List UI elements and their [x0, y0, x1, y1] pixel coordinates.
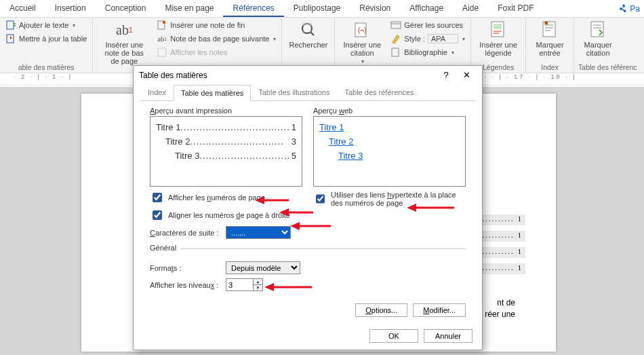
cancel-button[interactable]: Annuler: [424, 329, 472, 343]
update-icon: [5, 33, 16, 44]
show-notes-icon: [157, 47, 167, 58]
modify-button[interactable]: Modifier...: [413, 303, 466, 317]
style-icon: [390, 33, 401, 44]
citation-style[interactable]: Style : APA▾: [389, 33, 466, 45]
chk-hyperlinks[interactable]: Utiliser des liens hypertexte à la place…: [313, 191, 466, 207]
update-table-button[interactable]: Mettre à jour la table: [4, 33, 88, 45]
mark-citation-icon: [588, 20, 608, 39]
mark-entry-icon: [540, 20, 560, 39]
close-button[interactable]: ✕: [456, 70, 477, 80]
group-captions: Insérer une légende Légendes: [471, 18, 526, 73]
tab-illustrations[interactable]: Table des illustrations: [251, 84, 337, 100]
bibliography-button[interactable]: Bibliographie▾: [389, 46, 466, 58]
svg-point-3: [163, 21, 165, 24]
dialog-tabs: Index Table des matières Table des illus…: [134, 84, 482, 100]
insert-footnote-button[interactable]: ab1 Insérer une note de bas de page: [97, 19, 151, 67]
show-notes-button[interactable]: Afficher les notes: [155, 46, 277, 58]
levels-label: Afficher les niveaux :: [150, 281, 220, 289]
tab-insertion[interactable]: Insertion: [45, 0, 96, 17]
share-button[interactable]: Pa: [614, 0, 644, 17]
options-button[interactable]: Options...: [355, 303, 407, 317]
tab-publipostage[interactable]: Publipostage: [284, 0, 350, 17]
svg-rect-6: [303, 23, 311, 33]
manage-sources-button[interactable]: Gérer les sources: [389, 19, 466, 31]
print-preview: Titre 1.................................…: [150, 116, 302, 187]
group-footnotes: ab1 Insérer une note de bas de page Insé…: [93, 18, 282, 73]
tab-index[interactable]: Index: [140, 84, 174, 100]
add-text-button[interactable]: Ajouter le texte▾: [4, 19, 88, 31]
insert-caption-button[interactable]: Insérer une légende: [475, 19, 521, 58]
group-index: Marquer entrée Index: [526, 18, 574, 73]
group-label-toc: able des matières: [4, 63, 88, 73]
web-preview-label: Aperçu web: [313, 107, 466, 115]
general-label: Général: [150, 244, 180, 252]
chk-align-right[interactable]: Aligner les numéros de page à droite: [150, 208, 302, 222]
caption-icon: [488, 20, 508, 39]
mark-citation-button[interactable]: Marquer citation: [578, 19, 618, 58]
levels-input[interactable]: [226, 278, 253, 291]
svg-rect-14: [591, 22, 603, 37]
tab-references[interactable]: Références: [223, 0, 283, 17]
spin-up[interactable]: ▲: [254, 279, 262, 285]
svg-rect-9: [391, 22, 401, 29]
leader-select[interactable]: .......: [226, 226, 291, 239]
tab-mise-en-page[interactable]: Mise en page: [155, 0, 223, 17]
format-select[interactable]: Depuis modèle: [226, 261, 300, 274]
format-label: Formats :: [150, 264, 220, 272]
chk-show-pagenums[interactable]: Afficher les numéros de page: [150, 191, 302, 204]
group-citations: (¬) Insérer une citation▾ Gérer les sour…: [335, 18, 471, 73]
svg-rect-4: [158, 48, 166, 56]
ok-button[interactable]: OK: [369, 329, 418, 343]
group-toc: Ajouter le texte▾ Mettre à jour la table…: [0, 18, 93, 73]
levels-spinner[interactable]: ▲▼: [226, 278, 263, 291]
search-icon: [298, 20, 319, 39]
add-text-icon: [5, 20, 16, 31]
toc-dialog: Table des matières ? ✕ Index Table des m…: [133, 65, 483, 350]
mark-entry-button[interactable]: Marquer entrée: [530, 19, 569, 58]
svg-rect-12: [494, 24, 502, 29]
tab-conception[interactable]: Conception: [96, 0, 156, 17]
leader-label: Caractères de suite :: [150, 229, 220, 237]
help-button[interactable]: ?: [436, 70, 456, 80]
share-icon: [618, 4, 628, 14]
print-preview-label: AAperçu avant impressionperçu avant impr…: [150, 107, 302, 115]
tab-foxit[interactable]: Foxit PDF: [488, 0, 543, 17]
next-footnote-icon: ab1: [157, 33, 167, 44]
insert-citation-button[interactable]: (¬) Insérer une citation▾: [339, 19, 385, 66]
tab-authorities[interactable]: Table des références: [337, 84, 421, 100]
tab-aide[interactable]: Aide: [453, 0, 488, 17]
svg-rect-10: [392, 48, 399, 56]
tab-affichage[interactable]: Affichage: [400, 0, 453, 17]
dialog-titlebar: Table des matières ? ✕: [134, 66, 482, 84]
chk-hyperlinks-input[interactable]: [316, 194, 325, 204]
svg-text:(¬): (¬): [358, 26, 367, 34]
chk-show-pagenums-input[interactable]: [153, 193, 162, 202]
biblio-icon: [390, 47, 401, 58]
sources-icon: [390, 20, 401, 31]
tab-toc[interactable]: Table des matières: [174, 85, 251, 101]
endnote-icon: [157, 20, 167, 31]
next-footnote-button[interactable]: ab1Note de bas de page suivante▾: [155, 33, 277, 45]
web-preview: Titre 1 Titre 2 Titre 3: [313, 116, 466, 187]
chk-align-right-input[interactable]: [153, 210, 162, 220]
footnote-icon: ab1: [114, 20, 134, 39]
tab-accueil[interactable]: Accueil: [0, 0, 45, 17]
tab-revision[interactable]: Révision: [350, 0, 400, 17]
dialog-title: Table des matières: [139, 71, 436, 80]
citation-icon: (¬): [352, 20, 372, 39]
spin-down[interactable]: ▼: [254, 285, 262, 291]
search-button[interactable]: Rechercher: [286, 19, 330, 50]
ribbon-tabs: Accueil Insertion Conception Mise en pag…: [0, 0, 644, 18]
svg-rect-0: [7, 21, 14, 29]
group-authorities: Marquer citation Table des référenc: [574, 18, 641, 73]
insert-endnote-button[interactable]: Insérer une note de fin: [155, 19, 277, 31]
group-search: Rechercher: [282, 18, 335, 73]
